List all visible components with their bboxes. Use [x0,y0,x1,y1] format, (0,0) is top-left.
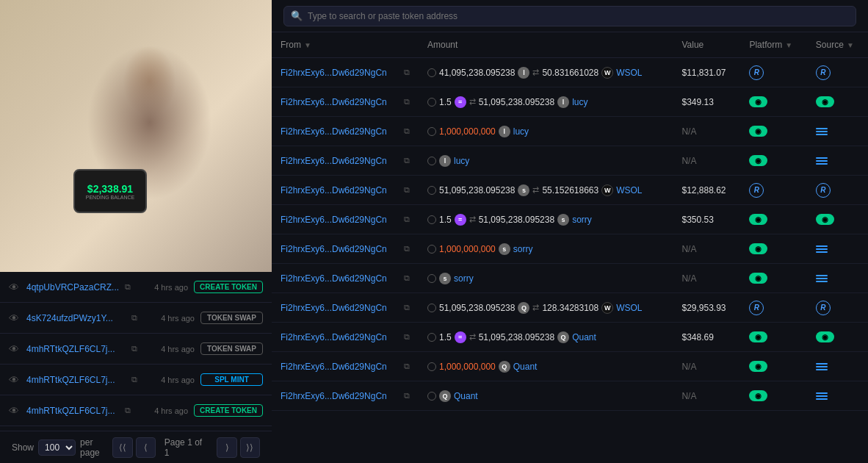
from-address[interactable]: Fi2hrxExy6...Dw6d29NgCn [281,332,399,342]
copy-from-icon[interactable]: ⧉ [404,332,410,342]
tx-hash[interactable]: 4qtpUbVRCPazaCRZ... [26,282,119,292]
copy-icon[interactable]: ⧉ [125,406,131,415]
from-address[interactable]: Fi2hrxExy6...Dw6d29NgCn [281,244,399,254]
copy-from-icon[interactable]: ⧉ [404,126,410,136]
token-name[interactable]: lucy [513,126,529,137]
per-page-select[interactable]: 100 50 25 [38,439,76,456]
token-link[interactable]: Quant [572,332,596,342]
copy-from-icon[interactable]: ⧉ [404,391,410,401]
copy-from-icon[interactable]: ⧉ [404,68,410,77]
sol-icon: = [455,96,466,108]
value-na: N/A [681,362,696,372]
table-row: Fi2hrxExy6...Dw6d29NgCn ⧉ 51,095,238.095… [272,293,868,323]
platform-pill-icon: ◉ [749,390,767,401]
tx-time: 4 hrs ago [137,406,188,415]
from-cell: Fi2hrxExy6...Dw6d29NgCn ⧉ [272,293,419,323]
source-lines-icon[interactable] [816,275,859,282]
from-address[interactable]: Fi2hrxExy6...Dw6d29NgCn [281,126,399,137]
token-link[interactable]: WSOL [616,303,642,313]
eye-icon[interactable]: 👁 [9,374,21,386]
eye-icon[interactable]: 👁 [9,281,21,293]
from-address[interactable]: Fi2hrxExy6...Dw6d29NgCn [281,68,399,78]
copy-from-icon[interactable]: ⧉ [404,303,410,312]
transactions-table: From ▼ Amount Value Platform ▼ [272,32,868,411]
tx-badge: CREATE TOKEN [194,404,263,417]
from-address[interactable]: Fi2hrxExy6...Dw6d29NgCn [281,156,399,166]
amount-cell: QQuant [419,381,673,411]
token-name[interactable]: sorry [454,273,474,284]
prev-page-button[interactable]: ⟨ [136,437,156,458]
amount-cell: ssorry [419,264,673,293]
amount-right: 55.152618663 [542,185,598,195]
copy-icon[interactable]: ⧉ [131,313,137,323]
token-name[interactable]: Quant [513,362,538,372]
value-na: N/A [681,391,696,401]
eye-icon[interactable]: 👁 [9,312,21,324]
token-name[interactable]: Quant [454,391,478,401]
token-icon: s [499,243,510,255]
tx-badge: CREATE TOKEN [194,281,263,293]
from-address[interactable]: Fi2hrxExy6...Dw6d29NgCn [281,97,399,107]
token-link[interactable]: lucy [572,97,587,107]
from-filter-icon[interactable]: ▼ [304,41,311,49]
list-item: 👁 4mhRTtkQZLF6CL7j... ⧉ 4 hrs ago CREATE… [0,395,272,426]
copy-icon[interactable]: ⧉ [125,282,131,292]
amount-right: 51,095,238.095238 [479,215,554,225]
wsol-icon: W [601,67,613,79]
from-cell: Fi2hrxExy6...Dw6d29NgCn ⧉ [272,352,419,381]
token-name[interactable]: lucy [454,156,469,166]
copy-from-icon[interactable]: ⧉ [404,273,410,283]
from-address[interactable]: Fi2hrxExy6...Dw6d29NgCn [281,273,399,284]
token-icon: s [439,273,451,284]
tx-hash[interactable]: 4mhRTtkQZLF6CL7j... [26,406,119,416]
source-lines-icon[interactable] [816,363,859,370]
first-page-button[interactable]: ⟨⟨ [112,437,132,458]
copy-from-icon[interactable]: ⧉ [404,97,410,107]
table-row: Fi2hrxExy6...Dw6d29NgCn ⧉ 1,000,000,000s… [272,234,868,264]
from-address[interactable]: Fi2hrxExy6...Dw6d29NgCn [281,362,399,372]
token-name[interactable]: sorry [513,244,533,254]
wsol-icon: W [601,302,613,314]
value-cell: $11,831.07 [673,58,740,87]
source-lines-icon[interactable] [816,157,859,165]
copy-from-icon[interactable]: ⧉ [404,156,410,165]
video-area: $2,338.91 PENDING BALANCE [0,0,272,272]
token-link[interactable]: WSOL [616,68,642,78]
platform-pill-icon: ◉ [749,96,767,107]
copy-from-icon[interactable]: ⧉ [404,185,410,195]
amount-highlighted: 1,000,000,000 [439,362,496,372]
next-page-button[interactable]: ⟩ [217,437,236,458]
amount-cell: 51,095,238.095238Q⇄128.34283108WWSOL [419,293,673,323]
last-page-button[interactable]: ⟩⟩ [240,437,260,458]
value-cell: $348.69 [673,323,740,352]
platform-filter-icon[interactable]: ▼ [785,41,792,49]
copy-from-icon[interactable]: ⧉ [404,244,410,254]
copy-icon[interactable]: ⧉ [131,344,137,353]
search-wrap: 🔍 [283,6,856,26]
tx-hash[interactable]: 4sK724ufzdPWzy1Y... [26,313,126,323]
eye-icon[interactable]: 👁 [9,405,21,417]
tx-hash[interactable]: 4mhRTtkQZLF6CL7j... [26,375,126,385]
copy-from-icon[interactable]: ⧉ [404,362,410,371]
tx-hash[interactable]: 4mhRTtkQZLF6CL7j... [26,344,126,354]
value-amount: $349.13 [681,97,713,107]
source-filter-icon[interactable]: ▼ [847,41,854,49]
eye-icon[interactable]: 👁 [9,343,21,355]
platform-cell: R [740,293,806,323]
from-address[interactable]: Fi2hrxExy6...Dw6d29NgCn [281,185,399,195]
search-input[interactable] [283,6,856,26]
source-lines-icon[interactable] [816,392,859,400]
source-lines-icon[interactable] [816,245,859,253]
amount-cell: 1.5=⇄51,095,238.095238llucy [419,87,673,117]
page-info: Page 1 of 1 [159,437,214,458]
circle-icon [427,333,436,342]
source-lines-icon[interactable] [816,128,859,135]
token-link[interactable]: WSOL [616,185,642,195]
from-address[interactable]: Fi2hrxExy6...Dw6d29NgCn [281,215,399,225]
from-address[interactable]: Fi2hrxExy6...Dw6d29NgCn [281,391,399,401]
copy-icon[interactable]: ⧉ [131,375,137,384]
from-address[interactable]: Fi2hrxExy6...Dw6d29NgCn [281,303,399,313]
amount-right: 128.34283108 [542,303,598,313]
copy-from-icon[interactable]: ⧉ [404,215,410,224]
token-link[interactable]: sorry [572,215,592,225]
